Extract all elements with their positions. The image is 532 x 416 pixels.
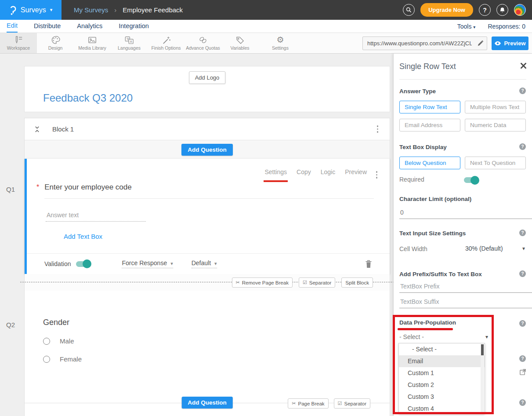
display-below-question[interactable]: Below Question	[399, 157, 460, 169]
cell-width-value[interactable]: 30% (Default)	[465, 245, 503, 252]
chevron-down-icon: ▾	[214, 261, 217, 266]
character-limit-label: Character Limit (optional)	[399, 196, 526, 202]
default-dropdown[interactable]: Default▾	[192, 259, 217, 268]
q1-tab-logic[interactable]: Logic	[321, 168, 335, 179]
user-avatar[interactable]	[514, 4, 526, 16]
option-custom-3[interactable]: Custom 3	[399, 391, 485, 403]
separator-button[interactable]: ☑Separator	[299, 277, 335, 288]
text-box-display-help-icon[interactable]: ?	[519, 143, 526, 150]
prefix-suffix-help-icon[interactable]: ?	[519, 270, 526, 277]
text-input-size-help-icon[interactable]: ?	[519, 230, 526, 236]
add-logo-button[interactable]: Add Logo	[189, 71, 226, 84]
answer-type-numeric-data[interactable]: Numeric Data	[465, 119, 526, 131]
image-icon	[87, 36, 97, 44]
q1-tab-settings[interactable]: Settings	[264, 168, 287, 179]
search-button[interactable]	[403, 4, 415, 16]
question-card-q1[interactable]: Settings Copy Logic Preview * Enter your…	[25, 159, 390, 274]
display-next-to-question[interactable]: Next To Question	[465, 157, 526, 169]
tab-analytics[interactable]: Analytics	[77, 21, 102, 32]
scrollbar-thumb[interactable]	[481, 344, 484, 355]
add-text-box-link[interactable]: Add Text Box	[64, 233, 102, 240]
q1-menu-button[interactable]	[374, 169, 380, 180]
option-email[interactable]: Email	[399, 355, 485, 367]
q2-question-text[interactable]: Gender	[43, 318, 69, 327]
chevron-down-icon: ▾	[473, 25, 475, 29]
data-pre-population-select[interactable]: - Select - ▾	[399, 333, 487, 341]
preview-button[interactable]: Preview	[492, 36, 528, 50]
survey-url-input[interactable]	[363, 40, 474, 47]
question-card-q2[interactable]: Gender Male Female Add Question ✂Page Br…	[25, 291, 390, 416]
survey-nav-tabs: Edit Distribute Analytics Integration To…	[0, 20, 532, 33]
answer-type-help-icon[interactable]: ?	[519, 88, 526, 94]
required-toggle[interactable]	[464, 177, 478, 183]
trash-icon	[365, 260, 372, 268]
required-asterisk: *	[36, 183, 39, 191]
notifications-button[interactable]	[496, 4, 508, 16]
q1-answer-text-input[interactable]	[46, 210, 146, 222]
toolbar-media-library[interactable]: Media Library	[74, 33, 111, 53]
add-question-button-top[interactable]: Add Question	[181, 144, 233, 156]
character-limit-input[interactable]	[399, 208, 532, 219]
breadcrumb-my-surveys[interactable]: My Surveys	[74, 6, 108, 14]
toolbar-languages[interactable]: 文A Languages	[111, 33, 148, 53]
radio-icon[interactable]	[43, 338, 50, 345]
tab-integration[interactable]: Integration	[119, 21, 149, 32]
toolbar-workspace[interactable]: Workspace	[0, 33, 37, 53]
toolbar-design[interactable]: Design	[37, 33, 74, 53]
open-external-button[interactable]	[519, 369, 526, 376]
checkbox-checked-icon: ☑	[338, 401, 342, 406]
option-custom-4[interactable]: Custom 4	[399, 403, 485, 414]
collapse-block-button[interactable]	[34, 126, 40, 133]
q2-option-male[interactable]: Male	[43, 337, 74, 345]
answer-type-multiple-rows-text[interactable]: Multiple Rows Text	[465, 101, 526, 113]
toolbar-finish-options[interactable]: Finish Options	[148, 33, 185, 53]
tab-distribute[interactable]: Distribute	[34, 21, 61, 32]
option-custom-1[interactable]: Custom 1	[399, 367, 485, 379]
chevron-down-icon[interactable]: ▾	[522, 245, 525, 252]
remove-page-break-button[interactable]: ✂Remove Page Break	[232, 277, 293, 288]
toolbar-variables[interactable]: Variables	[221, 33, 258, 53]
answer-type-email-address[interactable]: Email Address	[399, 119, 460, 131]
validation-label: Validation	[44, 260, 71, 267]
answer-type-single-row-text[interactable]: Single Row Text	[399, 101, 460, 113]
block-menu-button[interactable]	[375, 124, 380, 135]
edit-url-button[interactable]	[474, 40, 487, 47]
q1-tab-copy[interactable]: Copy	[297, 168, 311, 179]
tab-edit[interactable]: Edit	[7, 20, 18, 33]
bell-icon	[499, 7, 505, 13]
questionpro-logo-icon	[9, 5, 17, 15]
force-response-dropdown[interactable]: Force Response▾	[122, 259, 173, 268]
textbox-prefix-input[interactable]	[399, 282, 532, 293]
red-underline-annotation	[398, 328, 453, 330]
dropdown-scrollbar[interactable]	[481, 344, 484, 413]
toolbar-advance-quotas[interactable]: Advance Quotas	[185, 33, 221, 53]
delete-question-button[interactable]	[365, 260, 372, 268]
survey-title[interactable]: Feedback Q3 2020	[43, 92, 133, 104]
hidden-section-help-icon[interactable]: ?	[519, 355, 526, 362]
close-panel-button[interactable]	[520, 62, 527, 69]
page-break-button[interactable]: ✂Page Break	[288, 398, 328, 409]
q1-tab-preview[interactable]: Preview	[345, 168, 367, 179]
validation-toggle[interactable]	[76, 261, 90, 267]
option-select[interactable]: - Select -	[399, 343, 485, 355]
block-name[interactable]: Block 1	[52, 125, 74, 133]
app-logo-menu[interactable]: Surveys ▾	[0, 0, 62, 20]
textbox-suffix-input[interactable]	[399, 297, 532, 308]
separator-button-bottom[interactable]: ☑Separator	[334, 398, 370, 409]
hidden-section-help-icon-2[interactable]: ?	[519, 399, 526, 406]
search-icon	[406, 7, 412, 13]
add-question-button-bottom[interactable]: Add Question	[181, 397, 233, 409]
data-pre-population-help-icon[interactable]: ?	[519, 320, 526, 327]
q1-footer: Validation Force Response▾ Default▾	[44, 254, 372, 274]
radio-icon[interactable]	[43, 356, 50, 363]
split-block-button[interactable]: Split Block	[341, 277, 373, 288]
responses-count[interactable]: Responses: 0	[488, 23, 525, 30]
option-custom-2[interactable]: Custom 2	[399, 379, 485, 391]
help-button[interactable]: ?	[479, 4, 491, 16]
q2-option-female[interactable]: Female	[43, 355, 82, 363]
toolbar-settings[interactable]: ⚙ Settings	[262, 33, 299, 53]
q1-question-text[interactable]: Enter your employee code	[44, 183, 131, 192]
text-box-display-label: Text Box Display	[399, 144, 526, 150]
upgrade-now-button[interactable]: Upgrade Now	[420, 3, 473, 17]
tools-dropdown[interactable]: Tools ▾	[457, 23, 476, 30]
